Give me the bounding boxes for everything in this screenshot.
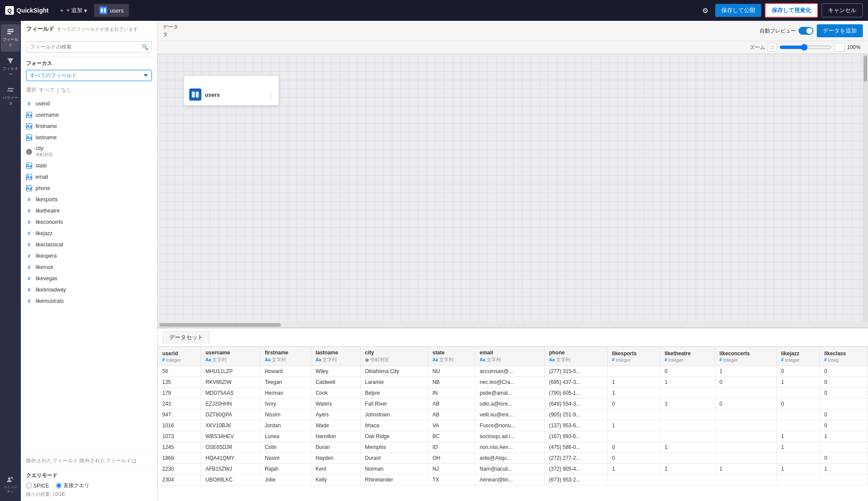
col-type: Aa 文字列 xyxy=(205,357,256,363)
field-item-username[interactable]: Aausername⋮ xyxy=(21,109,157,121)
save-visualize-button[interactable]: 保存して視覚化 xyxy=(765,3,818,18)
field-item-likesports[interactable]: #likesports⋮ xyxy=(21,194,157,205)
save-public-button[interactable]: 保存して公開 xyxy=(715,4,761,17)
col-label: firstname xyxy=(265,350,306,356)
field-item-liketheatre[interactable]: #liketheatre⋮ xyxy=(21,205,157,216)
cell-likeclass: 1 xyxy=(820,431,868,442)
auto-preview-toggle[interactable] xyxy=(799,27,813,35)
col-type: ◉ 市町村区 xyxy=(365,357,423,363)
add-button[interactable]: ＋ + 追加 ▾ xyxy=(56,5,91,16)
field-item-firstname[interactable]: Aafirstname⋮ xyxy=(21,121,157,132)
zoom-out-button[interactable]: □ xyxy=(768,43,777,52)
cell-phone: (790) 605-1... xyxy=(545,388,608,399)
col-type: Aa 文字列 xyxy=(480,357,540,363)
settings-icon-button[interactable]: ⚙ xyxy=(699,5,712,16)
diagram-canvas[interactable]: · · · · · users ⋮ xyxy=(158,54,868,322)
svg-rect-4 xyxy=(7,33,11,34)
field-name: email xyxy=(36,174,142,180)
field-item-likeclassical[interactable]: #likeclassical⋮ xyxy=(21,239,157,250)
data-table-wrapper[interactable]: userid# IntegerusernameAa 文字列firstnameAa… xyxy=(158,347,868,501)
cell-likesports: 1 xyxy=(608,464,660,475)
main-layout: フィールド フィルター パラメータ コミュニティ xyxy=(0,21,868,501)
field-item-likeopera[interactable]: #likeopera⋮ xyxy=(21,250,157,262)
node-db-icon xyxy=(191,91,199,98)
field-name: likejazz xyxy=(36,230,142,236)
field-item-lastname[interactable]: Aalastname⋮ xyxy=(21,132,157,143)
dataset-tab[interactable]: データセット xyxy=(163,331,210,344)
svg-point-9 xyxy=(8,478,10,480)
users-node[interactable]: · · · · · users ⋮ xyxy=(184,75,279,106)
field-item-likeconcerts[interactable]: #likeconcerts⋮ xyxy=(21,216,157,228)
excluded-label: 除外されたフィールド xyxy=(26,458,78,464)
col-type: Aa 文字列 xyxy=(432,357,470,363)
canvas-vscrollbar[interactable] xyxy=(863,54,868,322)
cell-email: accumsan@... xyxy=(475,366,545,377)
cell-phone: (167) 993-6... xyxy=(545,431,608,442)
node-title: users xyxy=(205,92,265,98)
direct-query-option[interactable]: 直接クエリ xyxy=(56,482,89,489)
cell-userid: 1016 xyxy=(158,420,201,431)
cell-phone: (137) 953-6... xyxy=(545,420,608,431)
cell-likejazz: 0 xyxy=(776,399,819,409)
spice-option[interactable]: SPICE xyxy=(26,483,49,489)
cell-likeconcerts: 1 xyxy=(715,464,776,475)
cell-likesports: 1 xyxy=(608,377,660,388)
field-item-likerock[interactable]: #likerock⋮ xyxy=(21,262,157,273)
table-row: 947DZT80QPANissimAyersJohnstownABvelit.e… xyxy=(158,409,868,420)
hash-icon: # xyxy=(26,287,32,293)
sidebar-item-community[interactable]: コミュニティ xyxy=(1,472,20,498)
filter-label: フィルター xyxy=(3,66,18,77)
field-item-likevegas[interactable]: #likevegas⋮ xyxy=(21,273,157,284)
col-label: liketheatre xyxy=(664,350,710,357)
field-item-userid[interactable]: #userid⋮ xyxy=(21,98,157,109)
sidebar-item-filter[interactable]: フィルター xyxy=(1,53,20,81)
hash-icon: # xyxy=(26,219,32,225)
field-item-state[interactable]: Aastate⋮ xyxy=(21,160,157,171)
cell-likejazz xyxy=(776,475,819,485)
node-menu-icon[interactable]: ⋮ xyxy=(268,92,273,98)
cell-city: Belpre xyxy=(361,388,428,399)
select-none-link[interactable]: なし xyxy=(61,86,72,94)
cell-lastname: Ayers xyxy=(311,409,361,420)
cell-liketheatre xyxy=(660,431,715,442)
canvas-hscrollbar[interactable]: · · · · · xyxy=(158,322,868,327)
focus-select[interactable]: すべてのフィールド xyxy=(26,70,152,81)
cell-email: Nam@iaculi... xyxy=(475,464,545,475)
cell-liketheatre: 1 xyxy=(660,399,715,409)
cell-firstname: Jolie xyxy=(260,475,311,485)
sidebar-item-fields[interactable]: フィールド xyxy=(1,24,20,52)
canvas-toolbar: データ タ 自動プレビュー データを追加 xyxy=(158,21,868,41)
cell-lastname: Wade xyxy=(311,420,361,431)
zoom-value: 100% xyxy=(847,44,863,50)
field-item-email[interactable]: Aaemail⋮ xyxy=(21,171,157,183)
field-item-likebroadway[interactable]: #likebroadway⋮ xyxy=(21,284,157,295)
field-name: username xyxy=(36,112,142,118)
field-item-city[interactable]: city市町村区⋮ xyxy=(21,143,157,160)
direct-radio[interactable] xyxy=(56,483,62,488)
cell-firstname: Howard xyxy=(260,366,311,377)
sidebar-item-params[interactable]: パラメータ xyxy=(1,82,20,110)
fields-search-input[interactable] xyxy=(26,41,152,52)
cell-username: MHU11LZP xyxy=(201,366,260,377)
cell-likesports: 0 xyxy=(608,442,660,453)
svg-rect-1 xyxy=(104,8,106,13)
add-data-button[interactable]: データを追加 xyxy=(817,24,863,37)
cell-likeclass: 1 xyxy=(820,464,868,475)
cell-likesports: 1 xyxy=(608,388,660,399)
field-item-likemusicals[interactable]: #likemusicals⋮ xyxy=(21,295,157,307)
zoom-label: ズーム xyxy=(750,44,765,51)
cell-firstname: Teegan xyxy=(260,377,311,388)
zoom-slider[interactable] xyxy=(779,44,832,51)
field-name: likemusicals xyxy=(36,298,142,304)
users-tab[interactable]: users xyxy=(94,4,129,17)
cancel-button[interactable]: キャンセル xyxy=(822,3,863,17)
col-label: lastname xyxy=(316,350,356,356)
spice-label: SPICE xyxy=(33,483,49,489)
field-item-phone[interactable]: Aaphone⋮ xyxy=(21,183,157,194)
spice-radio[interactable] xyxy=(26,483,32,488)
users-tab-label: users xyxy=(110,7,124,14)
field-item-likejazz[interactable]: #likejazz⋮ xyxy=(21,228,157,239)
cell-likejazz xyxy=(776,409,819,420)
cell-firstname: Nissim xyxy=(260,409,311,420)
select-all-link[interactable]: すべて xyxy=(39,86,55,94)
